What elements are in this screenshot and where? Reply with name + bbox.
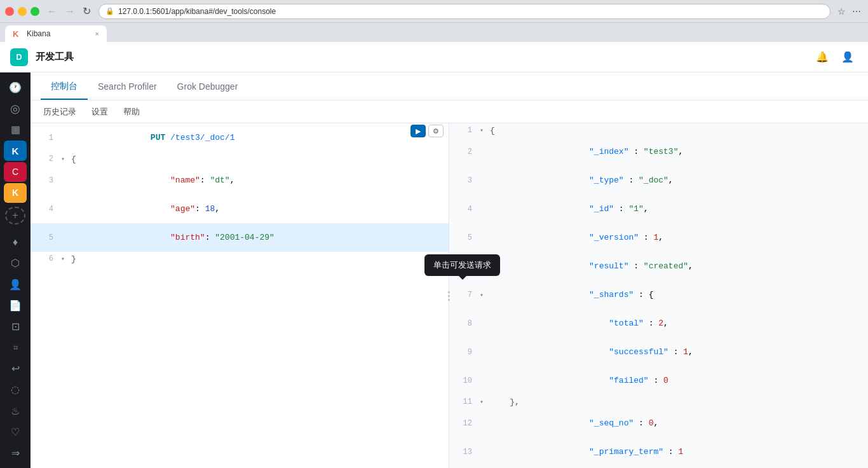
browser-chrome: × − + ← → ↻ 🔒 127.0.0.1:5601/app/kibana#… [0,0,868,23]
tab-search-profiler[interactable]: Search Profiler [88,74,167,100]
line-num-4: 4 [36,205,53,214]
result-line-11: 11 ▾ }, [449,395,868,409]
code-line-5: 5 "birth": "2001-04-29" [31,223,449,252]
history-button[interactable]: 历史记录 [41,104,79,120]
res-line-num-10: 10 [454,376,472,385]
help-button[interactable]: 帮助 [121,104,142,120]
sidebar-item-maps[interactable]: ♦ [4,232,27,252]
line-num-3: 3 [36,176,53,185]
left-editor-content: 1 PUT /test3/_doc/1 ▶ ⚙ [31,123,449,468]
result-line-9: 9 "successful" : 1, [449,338,868,366]
user-menu-button[interactable]: 👤 [837,47,858,67]
sidebar-item-canvas[interactable]: C [4,162,27,182]
resize-handle[interactable] [446,123,451,468]
res-content-6: "result" : "created", [490,252,693,280]
line-content-2: { [71,155,76,164]
result-line-1: 1 ▾ { [449,123,868,137]
address-bar[interactable]: 🔒 127.0.0.1:5601/app/kibana#/dev_tools/c… [98,4,831,19]
graph-icon: ⬡ [11,257,20,269]
line-content-6: } [71,254,76,264]
res-line-num-1: 1 [454,126,472,135]
code-line-4: 4 "age": 18, [31,195,449,223]
sidebar-item-users[interactable]: 👤 [4,274,27,294]
extensions-button[interactable]: ⋯ [850,5,863,18]
run-button[interactable]: ▶ [410,125,426,137]
result-line-13: 13 "_primary_term" : 1 [449,437,868,466]
main-layout: 🕐 ◎ ▦ K C K + ♦ [0,72,868,468]
sidebar-item-wifi[interactable]: ◌ [4,380,27,399]
dashboard-icon: ▦ [11,123,20,135]
tab-grok-debugger[interactable]: Grok Debugger [167,74,248,100]
tab-close-button[interactable]: × [95,30,99,38]
result-line-12: 12 "_seq_no" : 0, [449,409,868,437]
tools-button[interactable]: ⚙ [428,125,444,137]
return-icon: ↩ [11,362,20,375]
resize-dot [448,295,450,297]
sidebar: 🕐 ◎ ▦ K C K + ♦ [0,72,31,468]
browser-actions: ☆ ⋯ [836,5,863,18]
sidebar-item-dashboard[interactable]: ▦ [4,120,27,139]
right-panel: 1 ▾ { 2 "_index" : "test3", [449,123,868,468]
star-button[interactable]: ☆ [836,5,848,18]
wifi-icon: ◌ [11,383,20,396]
sidebar-item-return[interactable]: ↩ [4,359,27,378]
result-line-4: 4 "_id" : "1", [449,195,868,223]
sidebar-item-monitor[interactable]: ⊡ [4,317,27,336]
sidebar-item-elastic[interactable]: K [4,183,27,203]
forward-button[interactable]: → [62,4,78,18]
refresh-button[interactable]: ↻ [80,4,93,18]
nav-arrows: ← → ↻ [44,4,93,18]
sidebar-add-button[interactable]: + [5,207,25,224]
res-line-num-13: 13 [454,448,472,457]
add-icon: + [12,210,18,221]
app-header: D 开发工具 🔔 👤 [0,42,868,72]
back-button[interactable]: ← [44,4,60,18]
result-line-5: 5 "_version" : 1, [449,223,868,252]
res-line-num-9: 9 [454,348,472,357]
sidebar-item-clock[interactable]: 🕐 [4,78,27,97]
sidebar-item-heart[interactable]: ♡ [4,422,27,442]
window-maximize-button[interactable]: + [31,7,39,16]
sidebar-item-arrow[interactable]: ⇒ [4,443,27,463]
result-line-7: 7 ▾ "_shards" : { [449,280,868,309]
notifications-button[interactable]: 🔔 [812,47,832,67]
settings-button[interactable]: 设置 [89,104,111,120]
left-editor: 1 PUT /test3/_doc/1 ▶ ⚙ [31,123,449,468]
tab-console[interactable]: 控制台 [41,74,88,100]
res-line-num-3: 3 [454,176,472,185]
editor-container: 1 PUT /test3/_doc/1 ▶ ⚙ [31,123,868,468]
res-line-num-6: 6 [454,262,472,271]
sidebar-item-graph[interactable]: ⬡ [4,253,27,273]
method-text: PUT [151,133,165,142]
line-num-5: 5 [36,233,53,242]
sidebar-item-files[interactable]: 📄 [4,296,27,315]
content-area: 控制台 Search Profiler Grok Debugger 历史记录 设… [31,72,868,468]
canvas-icon: C [12,167,18,177]
sidebar-item-tag[interactable]: ⌗ [4,338,27,357]
arrow-icon: ⇒ [11,447,20,459]
sidebar-item-bulb[interactable]: ♨ [4,401,27,420]
maps-icon: ♦ [13,237,18,248]
window-close-button[interactable]: × [5,7,14,16]
line-arrow-2: ▾ [61,155,69,163]
address-text: 127.0.0.1:5601/app/kibana#/dev_tools/con… [118,7,276,16]
window-minimize-button[interactable]: − [18,7,27,16]
path-text: /test3/_doc/1 [165,133,234,142]
line-num-1: 1 [36,134,53,142]
tab-bar: K Kibana × [0,23,868,42]
code-line-2: 2 ▾ { [31,152,449,166]
res-content-4: "_id" : "1", [490,195,649,223]
sidebar-item-discover[interactable]: ◎ [4,99,27,118]
tag-icon: ⌗ [13,343,18,353]
sidebar-item-kibana[interactable]: K [4,141,27,160]
elastic-icon: K [12,188,18,198]
app-logo: D [10,48,28,66]
line-num-2: 2 [36,155,53,163]
code-line-1: 1 PUT /test3/_doc/1 ▶ ⚙ [31,123,449,152]
header-actions: 🔔 👤 [812,47,858,67]
right-editor-content: 1 ▾ { 2 "_index" : "test3", [449,123,868,468]
lock-icon: 🔒 [105,7,114,15]
res-arrow-1: ▾ [480,127,487,134]
res-line-num-12: 12 [454,419,472,428]
browser-tab[interactable]: K Kibana × [5,25,107,42]
